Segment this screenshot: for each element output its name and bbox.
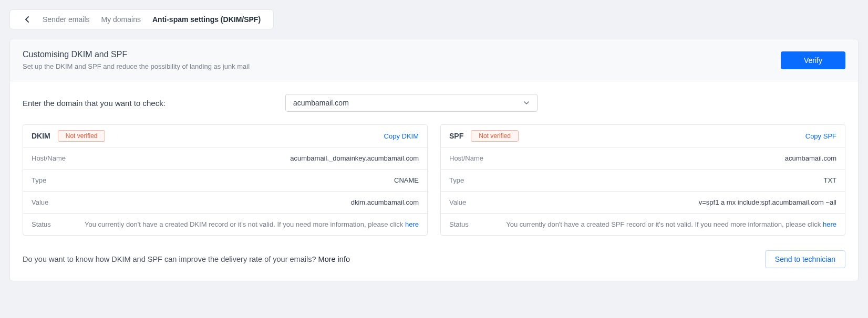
dkim-value-row: Value dkim.acumbamail.com [23,192,427,214]
label-value: Value [32,198,48,206]
label-host: Host/Name [449,154,483,162]
copy-dkim-link[interactable]: Copy DKIM [384,132,419,140]
label-value: Value [449,198,466,206]
spf-here-link[interactable]: here [823,220,836,228]
panels: DKIM Not verified Copy DKIM Host/Name ac… [23,124,845,236]
copy-spf-link[interactable]: Copy SPF [805,132,836,140]
dkim-host-row: Host/Name acumbamail._domainkey.acumbama… [23,147,427,169]
dkim-type-row: Type CNAME [23,169,427,192]
dkim-status-text: You currently don't have a created DKIM … [61,220,419,228]
spf-status-row: Status You currently don't have a create… [441,214,845,235]
dkim-panel: DKIM Not verified Copy DKIM Host/Name ac… [23,124,428,236]
card-header: Customising DKIM and SPF Set up the DKIM… [10,39,858,81]
tab-sender-emails[interactable]: Sender emails [43,15,90,24]
tab-my-domains[interactable]: My domains [101,15,141,24]
header-titles: Customising DKIM and SPF Set up the DKIM… [23,50,250,70]
verify-button[interactable]: Verify [781,51,845,69]
spf-status-badge: Not verified [471,130,519,142]
page-subtitle: Set up the DKIM and SPF and reduce the p… [23,62,250,70]
spf-host-row: Host/Name acumbamail.com [441,147,845,169]
label-status: Status [449,220,469,228]
domain-select[interactable]: acumbamail.com [285,94,538,112]
back-button[interactable] [23,15,31,24]
footer-question: Do you want to know how DKIM and SPF can… [23,255,350,263]
spf-panel: SPF Not verified Copy SPF Host/Name acum… [440,124,845,236]
label-type: Type [32,176,46,184]
send-to-technician-button[interactable]: Send to technician [765,250,845,268]
chevron-left-icon [25,16,29,23]
label-status: Status [32,220,51,228]
more-info-link[interactable]: More info [318,255,350,263]
spf-panel-header: SPF Not verified Copy SPF [441,125,845,147]
dkim-here-link[interactable]: here [405,220,419,228]
dkim-host-value: acumbamail._domainkey.acumbamail.com [290,154,419,162]
dkim-title: DKIM [32,132,50,140]
spf-host-value: acumbamail.com [785,154,836,162]
dkim-status-row: Status You currently don't have a create… [23,214,427,235]
spf-status-text: You currently don't have a created SPF r… [479,220,836,228]
label-host: Host/Name [32,154,66,162]
chevron-down-icon [523,101,530,105]
tabs-card: Sender emails My domains Anti-spam setti… [9,9,274,29]
spf-title: SPF [449,132,463,140]
dkim-panel-header: DKIM Not verified Copy DKIM [23,125,427,147]
dkim-value-value: dkim.acumbamail.com [351,198,419,206]
domain-select-value: acumbamail.com [293,99,349,107]
spf-type-row: Type TXT [441,169,845,192]
spf-value-row: Value v=spf1 a mx include:spf.acumbamail… [441,192,845,214]
footer-row: Do you want to know how DKIM and SPF can… [23,250,845,268]
main-card: Customising DKIM and SPF Set up the DKIM… [9,39,859,281]
dkim-type-value: CNAME [394,176,419,184]
card-body: Enter the domain that you want to check:… [10,81,858,281]
domain-prompt: Enter the domain that you want to check: [23,99,264,108]
page-title: Customising DKIM and SPF [23,50,250,59]
spf-value-value: v=spf1 a mx include:spf.acumbamail.com ~… [699,198,836,206]
dkim-status-badge: Not verified [58,130,106,142]
domain-row: Enter the domain that you want to check:… [23,94,845,112]
label-type: Type [449,176,464,184]
spf-type-value: TXT [823,176,836,184]
tab-antispam-settings[interactable]: Anti-spam settings (DKIM/SPF) [152,15,261,24]
